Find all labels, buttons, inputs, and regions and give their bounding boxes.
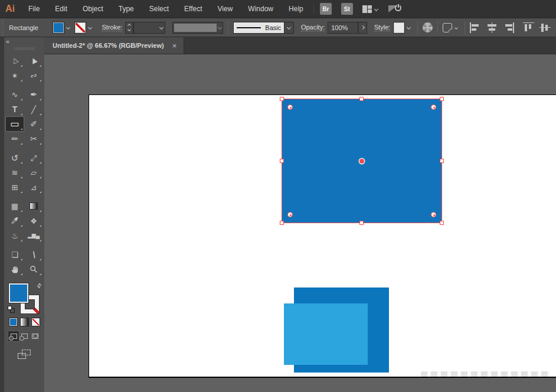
none-button[interactable]	[31, 318, 40, 326]
tool-rectangle[interactable]: ▭	[6, 117, 24, 131]
gradient-button[interactable]	[20, 318, 29, 326]
front-rectangle-shape[interactable]	[284, 303, 368, 365]
tool-blend[interactable]: ❖	[25, 214, 42, 228]
tool-lasso[interactable]: ∾	[25, 68, 42, 83]
shape-builder-tool-icon: ⊞	[12, 184, 18, 191]
tool-artboard[interactable]: ❏	[6, 247, 24, 262]
fill-dropdown-chevron-icon[interactable]	[64, 22, 72, 34]
align-center-button[interactable]	[486, 22, 498, 33]
collapse-panel-button[interactable]: «	[6, 38, 9, 45]
tool-column-graph[interactable]: ▂▆▄	[25, 228, 42, 243]
panel-drag-grip[interactable]	[14, 47, 34, 50]
brush-dropdown-chevron-icon[interactable]	[284, 22, 294, 34]
style-dropdown-chevron-icon[interactable]	[405, 22, 413, 34]
recolor-artwork-icon[interactable]	[423, 22, 433, 32]
tool-direct-selection[interactable]: ▶	[25, 54, 42, 68]
menu-file[interactable]: File	[21, 0, 47, 18]
brush-definition-combo[interactable]: Basic	[233, 22, 284, 34]
stroke-panel-link[interactable]: Stroke:	[102, 24, 122, 31]
menu-window[interactable]: Window	[240, 0, 281, 18]
app-logo: Ai	[0, 4, 21, 14]
selection-handle-top-left[interactable]	[280, 97, 284, 101]
selection-handle-bottom-left[interactable]	[280, 221, 284, 225]
opacity-submenu-arrow-icon[interactable]	[358, 22, 367, 34]
tool-perspective-grid[interactable]: ⊿	[25, 180, 42, 194]
tool-shaper[interactable]: ✏	[6, 132, 24, 146]
control-bar-grip[interactable]	[0, 18, 4, 37]
watermark	[421, 371, 551, 377]
selection-handle-top-right[interactable]	[440, 97, 444, 101]
tool-zoom[interactable]	[25, 262, 42, 276]
tool-type[interactable]: T	[6, 102, 24, 116]
free-transform-tool-icon: ▱	[31, 169, 37, 177]
change-screen-mode-button[interactable]	[18, 349, 31, 359]
draw-normal-button[interactable]	[8, 331, 19, 341]
stock-button[interactable]: St	[341, 3, 353, 15]
shape-properties-icon[interactable]	[443, 23, 452, 32]
vertical-align-center-button[interactable]	[539, 22, 551, 33]
selected-rectangle-shape[interactable]	[282, 99, 441, 223]
center-point-widget[interactable]	[359, 159, 364, 164]
tool-mesh[interactable]: ▦	[6, 199, 24, 213]
align-right-button[interactable]	[503, 22, 514, 33]
tool-eyedropper[interactable]	[6, 214, 24, 228]
illustrator-window: Ai File Edit Object Type Select Effect V…	[0, 0, 556, 392]
menu-object[interactable]: Object	[75, 0, 111, 18]
workspace-layout-icon[interactable]	[362, 5, 372, 13]
tool-paintbrush[interactable]: ✐	[25, 117, 42, 131]
bridge-button[interactable]: Br	[320, 3, 332, 15]
tool-symbol-sprayer[interactable]: ♨	[6, 228, 24, 243]
menu-edit[interactable]: Edit	[47, 0, 75, 18]
tool-shape-builder[interactable]: ⊞	[6, 180, 24, 194]
corner-radius-widget-bottom-right[interactable]	[431, 212, 436, 217]
style-panel-link[interactable]: Style:	[374, 24, 391, 31]
tool-width[interactable]: ≋	[6, 165, 24, 179]
menu-help[interactable]: Help	[281, 0, 311, 18]
fill-proxy-swatch[interactable]	[9, 283, 28, 303]
corner-radius-widget-bottom-left[interactable]	[287, 212, 293, 217]
workspace-chevron-icon[interactable]	[374, 6, 378, 11]
selection-handle-bottom-right[interactable]	[440, 221, 444, 225]
tool-line-segment[interactable]: ╱	[25, 102, 42, 116]
symbol-sprayer-tool-icon: ♨	[11, 232, 18, 240]
menu-type[interactable]: Type	[111, 0, 142, 18]
selection-handle-middle-right[interactable]	[440, 159, 444, 163]
tool-rotate[interactable]: ↺	[6, 151, 24, 165]
tool-scissors[interactable]: ✂	[25, 132, 42, 146]
menu-view[interactable]: View	[210, 0, 241, 18]
align-left-button[interactable]	[470, 22, 481, 33]
vertical-align-top-button[interactable]	[523, 22, 534, 33]
sync-status-icon[interactable]	[388, 4, 403, 14]
menu-select[interactable]: Select	[142, 0, 176, 18]
stroke-weight-stepper[interactable]	[125, 22, 133, 34]
draw-inside-button[interactable]	[30, 331, 40, 341]
stroke-dropdown-chevron-icon[interactable]	[86, 22, 94, 34]
corner-radius-widget-top-right[interactable]	[431, 104, 436, 110]
swap-fill-stroke-icon[interactable]: ⇄	[35, 282, 43, 290]
default-fill-stroke-icon[interactable]	[8, 306, 15, 313]
menu-effect[interactable]: Effect	[176, 0, 210, 18]
selection-handle-middle-left[interactable]	[280, 159, 284, 163]
selection-handle-bottom-center[interactable]	[359, 221, 364, 225]
selection-handle-top-center[interactable]	[359, 97, 364, 101]
tool-gradient[interactable]	[25, 199, 42, 213]
stroke-color-swatch[interactable]	[74, 22, 86, 34]
tool-pen[interactable]: ✒	[25, 87, 42, 102]
stroke-weight-combo[interactable]	[133, 22, 165, 34]
fill-color-swatch[interactable]	[53, 22, 64, 34]
tool-free-transform[interactable]: ▱	[25, 165, 42, 179]
color-button[interactable]	[9, 318, 18, 326]
draw-behind-button[interactable]	[19, 331, 30, 341]
opacity-panel-link[interactable]: Opacity:	[301, 24, 325, 31]
tool-scale[interactable]: ⤢	[25, 151, 42, 165]
opacity-input[interactable]: 100%	[328, 22, 358, 34]
close-tab-icon[interactable]: ×	[172, 42, 177, 50]
graphic-style-swatch[interactable]	[393, 22, 405, 34]
tool-slice[interactable]: ∖	[25, 247, 42, 262]
tool-magic-wand[interactable]: ✶	[6, 68, 24, 83]
tool-hand[interactable]	[6, 262, 24, 276]
document-tab[interactable]: Untitled-2* @ 66.67% (RGB/Preview) ×	[44, 37, 184, 54]
tool-curvature[interactable]: ∿	[6, 87, 24, 102]
corner-radius-widget-top-left[interactable]	[287, 104, 293, 110]
tool-selection[interactable]: ▷	[6, 54, 24, 68]
